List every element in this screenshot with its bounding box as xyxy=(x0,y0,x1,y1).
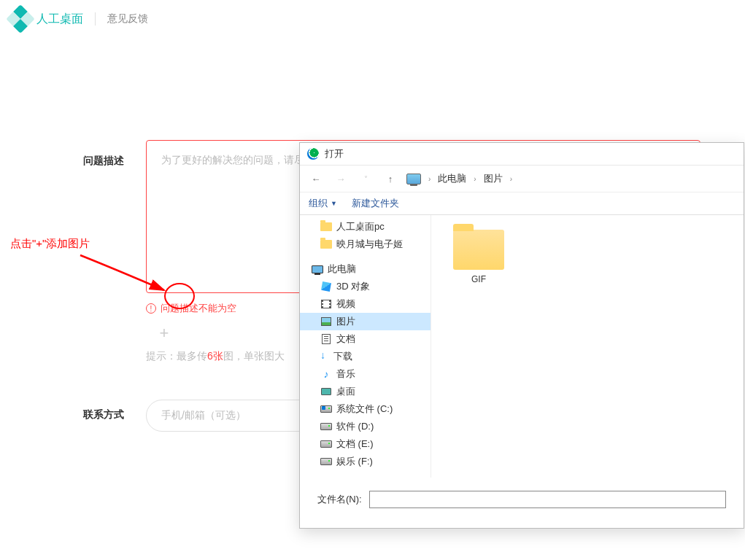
folder-tree: 人工桌面pc 映月城与电子姬 此电脑 3D 对象 视频 图片 文档 下载 音乐 … xyxy=(300,215,431,478)
tree-item-this-pc[interactable]: 此电脑 xyxy=(300,260,431,278)
file-open-dialog: 打开 ← → ˅ ↑ › 此电脑 › 图片 › 组织▼ 新建文件夹 人工桌面pc… xyxy=(299,142,744,529)
new-folder-button[interactable]: 新建文件夹 xyxy=(352,197,399,210)
divider xyxy=(95,12,96,26)
nav-back-button[interactable]: ← xyxy=(307,170,325,187)
breadcrumb-this-pc[interactable]: 此电脑 xyxy=(438,172,466,185)
chevron-right-icon: › xyxy=(474,175,476,183)
app-header: 人工桌面 意见反馈 xyxy=(0,0,745,38)
annotation-circle xyxy=(164,283,195,309)
nav-recent-button[interactable]: ˅ xyxy=(357,170,374,187)
contact-label: 联系方式 xyxy=(0,400,146,421)
folder-content: GIF xyxy=(431,215,744,478)
nav-forward-button[interactable]: → xyxy=(332,170,350,187)
error-icon: ! xyxy=(146,303,156,314)
app-icon xyxy=(307,148,319,160)
folder-label: GIF xyxy=(471,274,486,284)
filename-label: 文件名(N): xyxy=(317,493,362,506)
app-name: 人工桌面 xyxy=(36,12,83,27)
folder-gif[interactable]: GIF xyxy=(446,230,512,284)
tree-item-pictures[interactable]: 图片 xyxy=(300,313,431,330)
nav-up-button[interactable]: ↑ xyxy=(382,170,399,187)
tree-item-downloads[interactable]: 下载 xyxy=(300,348,431,365)
tree-item-documents[interactable]: 文档 xyxy=(300,330,431,348)
description-label: 问题描述 xyxy=(0,140,146,168)
annotation-arrow xyxy=(73,248,175,299)
dialog-titlebar: 打开 xyxy=(300,143,744,166)
tree-item-quick1[interactable]: 人工桌面pc xyxy=(300,218,431,236)
folder-icon xyxy=(453,230,504,270)
tree-item-drive-c[interactable]: 系统文件 (C:) xyxy=(300,400,431,418)
dialog-toolbar: 组织▼ 新建文件夹 xyxy=(300,192,744,215)
filename-input[interactable] xyxy=(369,491,726,508)
tree-item-drive-d[interactable]: 软件 (D:) xyxy=(300,418,431,435)
add-image-button[interactable]: + xyxy=(146,322,182,344)
chevron-right-icon: › xyxy=(428,175,431,183)
organize-menu[interactable]: 组织▼ xyxy=(309,197,337,210)
contact-placeholder: 手机/邮箱（可选） xyxy=(161,409,246,422)
logo-icon xyxy=(6,4,35,34)
tree-item-3d-objects[interactable]: 3D 对象 xyxy=(300,278,431,295)
tree-item-drive-e[interactable]: 文档 (E:) xyxy=(300,435,431,453)
tree-item-drive-f[interactable]: 娱乐 (F:) xyxy=(300,453,431,470)
tree-item-music[interactable]: 音乐 xyxy=(300,365,431,383)
breadcrumb-pictures[interactable]: 图片 xyxy=(484,172,503,185)
dialog-title: 打开 xyxy=(325,147,344,160)
chevron-right-icon: › xyxy=(510,175,512,183)
app-logo: 人工桌面 xyxy=(10,9,83,29)
this-pc-icon xyxy=(406,174,421,184)
tree-item-desktop[interactable]: 桌面 xyxy=(300,383,431,400)
tree-item-quick2[interactable]: 映月城与电子姬 xyxy=(300,236,431,253)
page-title: 意见反馈 xyxy=(107,12,148,26)
dialog-nav: ← → ˅ ↑ › 此电脑 › 图片 › xyxy=(300,166,744,192)
tree-item-videos[interactable]: 视频 xyxy=(300,295,431,313)
